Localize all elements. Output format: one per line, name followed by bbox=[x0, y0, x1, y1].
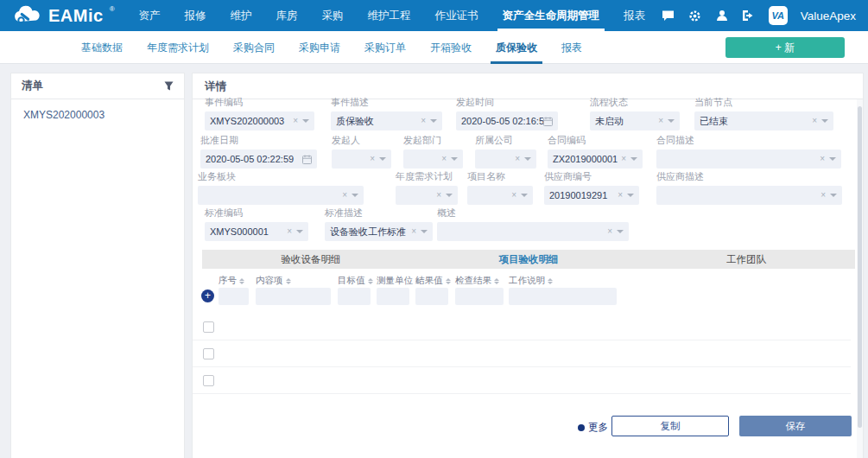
settings-gear-icon[interactable] bbox=[688, 9, 702, 22]
current-node-select[interactable]: 已结束 × bbox=[694, 111, 833, 130]
tab-annual-demand-plan[interactable]: 年度需求计划 bbox=[138, 31, 218, 64]
row-checkbox[interactable] bbox=[203, 348, 214, 359]
chevron-down-icon[interactable] bbox=[830, 194, 837, 197]
tab-unboxing-acceptance[interactable]: 开箱验收 bbox=[421, 31, 480, 64]
chevron-down-icon[interactable] bbox=[352, 194, 358, 197]
tab-basic-data[interactable]: 基础数据 bbox=[73, 31, 131, 64]
company-select[interactable]: × bbox=[475, 149, 536, 169]
topnav-item-procurement[interactable]: 采购 bbox=[310, 0, 356, 31]
topnav-item-asset-lifecycle[interactable]: 资产全生命周期管理 bbox=[491, 0, 612, 31]
result-value-input[interactable] bbox=[415, 288, 448, 305]
topnav-item-reports[interactable]: 报表 bbox=[611, 0, 657, 31]
list-item[interactable]: XMYS202000003 bbox=[11, 99, 184, 128]
chevron-down-icon[interactable] bbox=[524, 157, 531, 161]
clear-icon[interactable]: × bbox=[370, 155, 375, 163]
chevron-down-icon[interactable] bbox=[617, 230, 624, 233]
sort-icon[interactable] bbox=[286, 278, 291, 284]
chevron-down-icon[interactable] bbox=[630, 157, 637, 161]
column-header-seq[interactable]: 序号 bbox=[219, 275, 244, 287]
clear-icon[interactable]: × bbox=[812, 117, 817, 125]
tab-project-acceptance-detail[interactable]: 项目验收明细 bbox=[420, 250, 637, 269]
row-checkbox[interactable] bbox=[203, 321, 214, 333]
chevron-down-icon[interactable] bbox=[421, 230, 428, 233]
clear-icon[interactable]: × bbox=[820, 191, 826, 200]
topnav-item-repair[interactable]: 报修 bbox=[173, 0, 219, 31]
clear-icon[interactable]: × bbox=[658, 117, 663, 125]
topnav-item-maintenance-project[interactable]: 维护工程 bbox=[356, 0, 423, 31]
contract-desc-select[interactable]: × bbox=[656, 149, 841, 169]
user-icon[interactable] bbox=[715, 9, 729, 22]
chevron-down-icon[interactable] bbox=[302, 119, 309, 123]
clear-icon[interactable]: × bbox=[436, 191, 441, 200]
clear-icon[interactable]: × bbox=[621, 155, 626, 163]
add-row-button[interactable]: + bbox=[201, 289, 214, 302]
chevron-down-icon[interactable] bbox=[451, 157, 458, 161]
sort-icon[interactable] bbox=[494, 278, 499, 284]
column-header-check-result[interactable]: 检查结果 bbox=[455, 275, 499, 287]
seq-input[interactable] bbox=[219, 288, 249, 305]
init-department-select[interactable]: × bbox=[403, 149, 463, 169]
logout-icon[interactable] bbox=[742, 9, 756, 22]
clear-icon[interactable]: × bbox=[293, 117, 298, 125]
target-value-input[interactable] bbox=[338, 288, 371, 305]
supplier-desc-select[interactable]: × bbox=[656, 186, 842, 205]
sort-icon[interactable] bbox=[239, 278, 244, 284]
content-item-input[interactable] bbox=[256, 288, 331, 305]
chevron-down-icon[interactable] bbox=[521, 194, 528, 197]
chevron-down-icon[interactable] bbox=[668, 119, 675, 123]
clear-icon[interactable]: × bbox=[820, 155, 825, 163]
clear-icon[interactable]: × bbox=[421, 117, 426, 125]
column-header-measure-unit[interactable]: 测量单位 bbox=[377, 275, 421, 287]
tab-work-team[interactable]: 工作团队 bbox=[637, 250, 855, 269]
annual-plan-select[interactable]: × bbox=[396, 186, 458, 205]
chevron-down-icon[interactable] bbox=[829, 157, 836, 161]
row-checkbox[interactable] bbox=[203, 375, 214, 386]
column-header-content-item[interactable]: 内容项 bbox=[256, 275, 291, 287]
column-header-target-value[interactable]: 目标值 bbox=[338, 275, 373, 287]
tab-purchase-request[interactable]: 采购申请 bbox=[290, 31, 349, 64]
tab-purchase-order[interactable]: 采购订单 bbox=[356, 31, 415, 64]
event-code-select[interactable]: XMYS202000003 × bbox=[205, 111, 314, 130]
clear-icon[interactable]: × bbox=[511, 191, 516, 200]
column-header-work-note[interactable]: 工作说明 bbox=[509, 275, 553, 287]
chevron-down-icon[interactable] bbox=[627, 194, 634, 197]
clear-icon[interactable]: × bbox=[441, 155, 447, 163]
topnav-item-warehouse[interactable]: 库房 bbox=[264, 0, 310, 31]
work-note-input[interactable] bbox=[509, 288, 617, 305]
standard-desc-select[interactable]: 设备验收工作标准 × bbox=[325, 222, 433, 241]
clear-icon[interactable]: × bbox=[342, 191, 347, 200]
save-button[interactable]: 保存 bbox=[739, 416, 852, 436]
flow-status-select[interactable]: 未启动 × bbox=[590, 111, 680, 130]
standard-code-select[interactable]: XMYS000001 × bbox=[205, 222, 308, 241]
chevron-down-icon[interactable] bbox=[296, 230, 303, 233]
clear-icon[interactable]: × bbox=[411, 227, 416, 236]
clear-icon[interactable]: × bbox=[287, 227, 292, 236]
measure-unit-input[interactable] bbox=[377, 288, 409, 305]
scrollbar-track[interactable] bbox=[857, 99, 863, 458]
scrollbar-thumb[interactable] bbox=[858, 106, 862, 428]
tab-acceptance-equipment-detail[interactable]: 验收设备明细 bbox=[202, 250, 420, 269]
chevron-down-icon[interactable] bbox=[379, 157, 386, 161]
supplier-code-select[interactable]: 20190019291 × bbox=[544, 186, 639, 205]
clear-icon[interactable]: × bbox=[607, 227, 612, 236]
calendar-icon[interactable] bbox=[302, 155, 312, 164]
new-button[interactable]: + 新 bbox=[725, 37, 845, 58]
start-time-datepicker[interactable]: 2020-05-05 02:16:51 bbox=[456, 111, 558, 130]
summary-select[interactable]: × bbox=[437, 222, 629, 241]
tab-purchase-contract[interactable]: 采购合同 bbox=[225, 31, 283, 64]
topnav-item-work-certificate[interactable]: 作业证书 bbox=[423, 0, 491, 31]
sort-icon[interactable] bbox=[446, 278, 451, 284]
sort-icon[interactable] bbox=[368, 278, 373, 284]
check-result-input[interactable] bbox=[455, 288, 504, 305]
chevron-down-icon[interactable] bbox=[430, 119, 437, 123]
copy-button[interactable]: 复制 bbox=[611, 416, 729, 436]
calendar-icon[interactable] bbox=[543, 117, 553, 126]
chevron-down-icon[interactable] bbox=[446, 194, 453, 197]
chevron-down-icon[interactable] bbox=[821, 119, 828, 123]
message-icon[interactable] bbox=[662, 9, 675, 22]
sort-icon[interactable] bbox=[548, 278, 553, 284]
tab-warranty-acceptance[interactable]: 质保验收 bbox=[487, 31, 546, 64]
column-header-result-value[interactable]: 结果值 bbox=[415, 275, 451, 287]
tab-report[interactable]: 报表 bbox=[553, 31, 591, 64]
project-name-select[interactable]: × bbox=[467, 186, 533, 205]
